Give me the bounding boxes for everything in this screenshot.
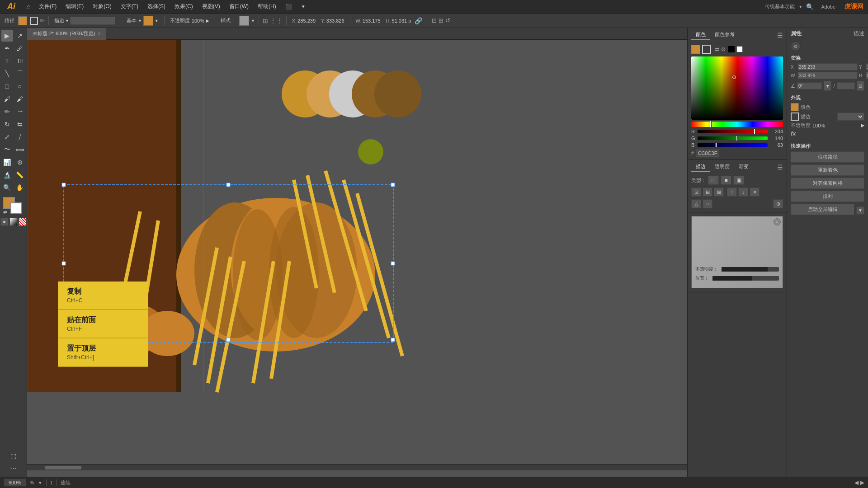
- coord-x[interactable]: X: 285.239: [290, 17, 317, 24]
- paintbrush-tool[interactable]: 🖌: [1, 93, 13, 105]
- shear-tool[interactable]: ⧸: [14, 131, 26, 143]
- tab-transparency[interactable]: 透明度: [710, 162, 734, 172]
- white-color[interactable]: [736, 46, 743, 52]
- select-tool[interactable]: ▶: [1, 30, 13, 42]
- opacity-control[interactable]: 不透明度 100% ▶: [168, 16, 211, 25]
- g-track[interactable]: [698, 136, 768, 140]
- view-icon2[interactable]: ⋮⋮: [270, 17, 283, 24]
- horizontal-scrollbar[interactable]: [27, 464, 756, 470]
- menu-object[interactable]: 对象(O): [88, 0, 116, 14]
- more-tools[interactable]: ···: [10, 464, 17, 473]
- qa-btn-1[interactable]: 位移路径: [791, 151, 864, 163]
- edit-btn3[interactable]: ⊠: [714, 188, 724, 197]
- qa-btn-2[interactable]: 重新着色: [791, 164, 864, 176]
- menu-edit[interactable]: 编辑(E): [61, 0, 88, 14]
- blob-brush-tool[interactable]: 🖌: [14, 93, 26, 105]
- tab-color[interactable]: 颜色: [691, 30, 710, 40]
- panel-menu-icon[interactable]: ☰: [777, 32, 783, 39]
- context-copy[interactable]: 复制 Ctrl+C: [58, 282, 148, 310]
- stroke-icon[interactable]: [30, 17, 38, 25]
- tx-input[interactable]: [797, 63, 858, 70]
- stroke-style[interactable]: 基本 ▼ ▼: [125, 15, 160, 27]
- canvas-content[interactable]: 复制 Ctrl+C 贴在前面 Ctrl+F 置于顶层 Shift+Ctrl+]: [27, 40, 762, 470]
- zoom-tool[interactable]: 🔍: [1, 182, 13, 193]
- workspace-label[interactable]: 传统基本功能: [765, 3, 795, 10]
- hscroll-thumb[interactable]: [45, 466, 81, 469]
- edit-btn1[interactable]: ⊡: [691, 188, 701, 197]
- curvature-tool[interactable]: 🖊: [14, 42, 26, 54]
- panel-settings-icon[interactable]: ○: [774, 218, 781, 225]
- opacity-expand[interactable]: ▶: [861, 122, 864, 128]
- qa-btn-4[interactable]: 排列: [791, 191, 864, 202]
- shear-btn[interactable]: ⊡: [857, 81, 864, 91]
- transparency-header[interactable]: 描边 透明度 渐变 ☰: [688, 160, 787, 174]
- type-area-tool[interactable]: T⃞: [14, 55, 26, 67]
- context-paste-front[interactable]: 贴在前面 Ctrl+F: [58, 310, 148, 338]
- trans-menu[interactable]: ☰: [777, 164, 783, 171]
- qa-btn-5[interactable]: 启动全局编辑: [791, 204, 854, 215]
- align-btn[interactable]: ⊞: [439, 17, 443, 24]
- none-color[interactable]: ⊘: [721, 46, 726, 52]
- menu-help[interactable]: 帮助(H): [253, 0, 281, 14]
- style-color[interactable]: [239, 16, 249, 26]
- hue-bar[interactable]: [691, 122, 783, 127]
- blend-type-2[interactable]: ■: [721, 176, 731, 185]
- qa-dropdown[interactable]: ▼: [856, 206, 864, 215]
- shape-tool[interactable]: 描边 ▼: [52, 16, 117, 26]
- menu-select[interactable]: 选择(S): [143, 0, 170, 14]
- line-tool[interactable]: ╲: [1, 68, 13, 80]
- link-icon[interactable]: 🔗: [415, 17, 422, 24]
- menu-effect[interactable]: 效果(C): [170, 0, 198, 14]
- dist-btn1[interactable]: △: [691, 199, 701, 208]
- transform-btn[interactable]: ⊡: [432, 17, 437, 24]
- style-dropdown[interactable]: ▼: [251, 19, 255, 23]
- menu-text[interactable]: 文字(T): [116, 0, 143, 14]
- nav-right[interactable]: ▶: [860, 479, 864, 486]
- smooth-tool[interactable]: 〰: [14, 106, 26, 117]
- menu-file[interactable]: 文件(F): [34, 0, 61, 14]
- menu-window[interactable]: 窗口(W): [225, 0, 253, 14]
- reflect-tool[interactable]: ⇆: [14, 118, 26, 130]
- hand-tool[interactable]: ✋: [14, 182, 26, 193]
- eyedropper-tool[interactable]: 🔬: [1, 169, 13, 181]
- opacity-track-bar[interactable]: [722, 267, 779, 272]
- edit-btn2[interactable]: ⊞: [703, 188, 712, 197]
- measure-tool[interactable]: 📏: [14, 169, 26, 181]
- tw-input[interactable]: [797, 72, 858, 79]
- edit-btn5[interactable]: ↓: [738, 188, 748, 197]
- color-panel-header[interactable]: 颜色 颜色参考 ☰: [688, 28, 787, 42]
- rect-tool[interactable]: □: [1, 80, 13, 92]
- swap-icon[interactable]: ⇄: [3, 210, 7, 215]
- coord-w[interactable]: W: 153.175: [354, 17, 382, 24]
- b-track[interactable]: [698, 143, 768, 147]
- black-color[interactable]: [728, 46, 735, 52]
- edit-btn6[interactable]: ✕: [750, 188, 760, 197]
- coord-y[interactable]: Y: 333.826: [319, 17, 346, 24]
- angle-input[interactable]: [797, 82, 822, 89]
- nav-left[interactable]: ◀: [854, 479, 859, 486]
- context-bring-front[interactable]: 置于顶层 Shift+Ctrl+]: [58, 338, 148, 367]
- tab-gradient[interactable]: 渐变: [734, 162, 753, 172]
- stroke-select[interactable]: [837, 113, 864, 121]
- zoom-input[interactable]: [4, 479, 26, 487]
- none-btn[interactable]: [19, 218, 27, 226]
- color-mode-btn[interactable]: ■: [0, 218, 9, 226]
- coord-h[interactable]: H: 51.031 p: [384, 17, 413, 24]
- hex-value[interactable]: CC8C3F: [696, 150, 720, 157]
- ty-input[interactable]: [866, 63, 868, 70]
- pen-tool[interactable]: ✒: [1, 42, 13, 54]
- stroke-box[interactable]: [10, 202, 22, 214]
- tab-close[interactable]: ×: [98, 31, 100, 36]
- warp-tool[interactable]: 〜: [1, 144, 13, 155]
- edit-btn4[interactable]: ↑: [727, 188, 737, 197]
- scale-tool[interactable]: ⤢: [1, 131, 13, 143]
- fill-color-box[interactable]: [18, 16, 27, 25]
- tab-stroke[interactable]: 描边: [691, 162, 710, 172]
- workspace-dropdown[interactable]: ▼: [798, 5, 802, 9]
- ellipse-tool[interactable]: ○: [14, 80, 26, 92]
- tab-color-ref[interactable]: 颜色参考: [710, 30, 739, 40]
- th-input[interactable]: [866, 72, 868, 79]
- pathfinder-btn[interactable]: ↺: [445, 17, 450, 24]
- menu-mode[interactable]: ⬛: [281, 0, 297, 14]
- type-tool[interactable]: T: [1, 55, 13, 67]
